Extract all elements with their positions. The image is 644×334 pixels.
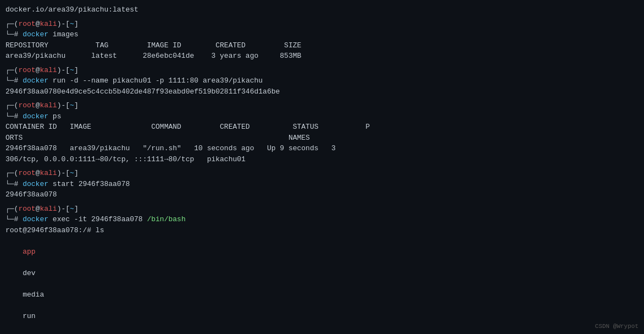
container-id-long: 2946f38aa0780e4d9ce5c4ccb5b402de487f93ea… [0,86,644,97]
ls-row1: app dev media run start-mysqld.sh [0,236,644,334]
cmd-docker-run: └─# docker run -d --name pikachu01 -p 11… [0,75,644,86]
prompt-docker-exec-1: ┌─(root@kali)-[~] [0,204,644,215]
docker-ps-row2: 306/tcp, 0.0.0.0:1111→80/tcp, :::1111→80… [0,154,644,165]
prompt-docker-start-1: ┌─(root@kali)-[~] [0,168,644,179]
prompt-docker-run-1: ┌─(root@kali)-[~] [0,65,644,76]
docker-ps-row: 2946f38aa078 area39/pikachu "/run.sh" 10… [0,143,644,154]
line-docker-image-url: docker.io/area39/pikachu:latest [0,4,644,15]
docker-start-output: 2946f38aa078 [0,189,644,200]
docker-ps-header: CONTAINER ID IMAGE COMMAND CREATED STATU… [0,122,644,133]
terminal: docker.io/area39/pikachu:latest ┌─(root@… [0,0,644,334]
docker-ps-header2: ORTS NAMES [0,133,644,144]
docker-images-row: area39/pikachu latest 28e6ebc041de 3 yea… [0,51,644,62]
cmd-docker-exec: └─# docker exec -it 2946f38aa078 /bin/ba… [0,214,644,225]
attribution: CSDN @Wrypot [595,323,639,330]
docker-images-header: REPOSITORY TAG IMAGE ID CREATED SIZE [0,40,644,51]
cmd-docker-start: └─# docker start 2946f38aa078 [0,179,644,190]
prompt-docker-images: ┌─(root@kali)-[~] [0,19,644,30]
prompt-docker-ps-1: ┌─(root@kali)-[~] [0,100,644,111]
cmd-docker-ps: └─# docker ps [0,111,644,122]
container-ls-cmd: root@2946f38aa078:/# ls [0,225,644,236]
cmd-docker-images: └─# docker images [0,29,644,40]
